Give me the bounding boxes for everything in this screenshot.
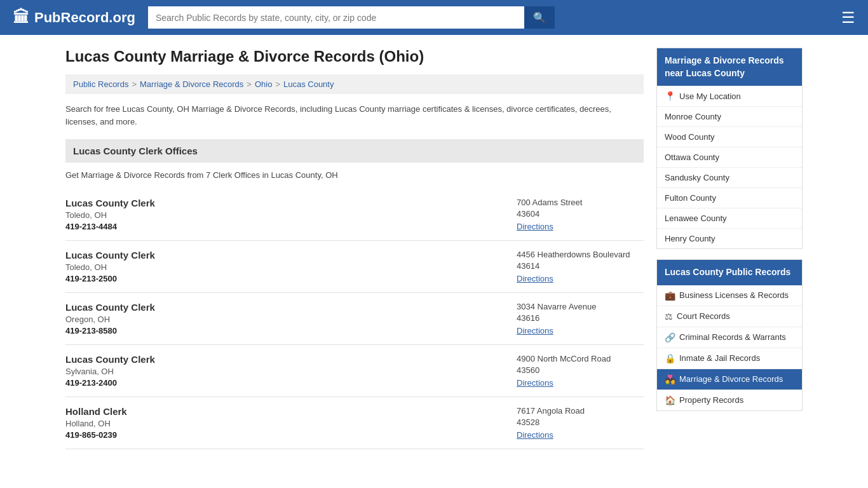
record-icon: 🔒 xyxy=(665,353,675,363)
clerk-phone: 419-213-8580 xyxy=(65,326,155,336)
search-input[interactable] xyxy=(148,6,524,29)
clerk-name: Lucas County Clerk xyxy=(65,302,155,313)
record-icon: ⚖ xyxy=(665,311,673,322)
logo-text: PubRecord.org xyxy=(34,10,135,26)
sidebar-public-record-item[interactable]: 🏠Property Records xyxy=(657,390,802,410)
clerk-entry: Lucas County Clerk Sylvania, OH 419-213-… xyxy=(65,345,644,397)
sidebar-county-item[interactable]: Wood County xyxy=(657,127,802,147)
section-desc: Get Marriage & Divorce Records from 7 Cl… xyxy=(65,170,644,180)
clerk-right-3: 4900 North McCord Road 43560 Directions xyxy=(517,354,644,388)
clerk-name: Lucas County Clerk xyxy=(65,198,155,208)
sidebar-public-record-item[interactable]: ⚖Court Records xyxy=(657,306,802,327)
clerk-phone: 419-865-0239 xyxy=(65,430,127,440)
clerk-name: Lucas County Clerk xyxy=(65,250,155,261)
clerk-right-4: 7617 Angola Road 43528 Directions xyxy=(517,406,644,440)
search-button[interactable]: 🔍 xyxy=(524,6,555,29)
clerk-name: Lucas County Clerk xyxy=(65,354,155,365)
breadcrumb: Public Records > Marriage & Divorce Reco… xyxy=(65,74,644,94)
clerk-city: Oregon, OH xyxy=(65,315,155,324)
sidebar: Marriage & Divorce Records near Lucas Co… xyxy=(656,48,803,449)
clerk-right-2: 3034 Navarre Avenue 43616 Directions xyxy=(517,302,644,336)
clerk-left-0: Lucas County Clerk Toledo, OH 419-213-44… xyxy=(65,198,155,231)
clerk-name: Holland Clerk xyxy=(65,406,127,417)
nearby-counties-box: Marriage & Divorce Records near Lucas Co… xyxy=(656,48,803,249)
record-label: Criminal Records & Warrants xyxy=(679,332,786,342)
clerk-phone: 419-213-2500 xyxy=(65,274,155,283)
clerk-city: Holland, OH xyxy=(65,419,127,428)
clerk-entry: Holland Clerk Holland, OH 419-865-0239 7… xyxy=(65,397,644,449)
clerk-phone: 419-213-2400 xyxy=(65,378,155,388)
clerk-address: 700 Adams Street xyxy=(517,198,644,207)
clerk-right-1: 4456 Heatherdowns Boulevard 43614 Direct… xyxy=(517,250,644,283)
clerk-zip: 43528 xyxy=(517,417,644,427)
clerk-left-1: Lucas County Clerk Toledo, OH 419-213-25… xyxy=(65,250,155,283)
record-label: Marriage & Divorce Records xyxy=(679,374,783,384)
sidebar-public-record-item[interactable]: 💑Marriage & Divorce Records xyxy=(657,369,802,390)
sidebar-county-item[interactable]: Monroe County xyxy=(657,107,802,127)
clerk-zip: 43616 xyxy=(517,313,644,323)
header: 🏛 PubRecord.org 🔍 ☰ xyxy=(0,0,868,35)
record-icon: 💑 xyxy=(665,374,675,384)
record-label: Court Records xyxy=(677,311,730,321)
sidebar-public-record-item[interactable]: 💼Business Licenses & Records xyxy=(657,285,802,306)
clerk-address: 3034 Navarre Avenue xyxy=(517,302,644,311)
clerk-list: Lucas County Clerk Toledo, OH 419-213-44… xyxy=(65,189,644,449)
sidebar-county-item[interactable]: Ottawa County xyxy=(657,147,802,168)
sidebar-county-item[interactable]: Sandusky County xyxy=(657,168,802,188)
sidebar-county-item[interactable]: Henry County xyxy=(657,229,802,248)
clerk-city: Toledo, OH xyxy=(65,262,155,272)
clerk-zip: 43560 xyxy=(517,365,644,375)
clerk-entry: Lucas County Clerk Toledo, OH 419-213-25… xyxy=(65,241,644,293)
location-icon: 📍 xyxy=(665,91,675,101)
clerk-entry: Lucas County Clerk Oregon, OH 419-213-85… xyxy=(65,293,644,345)
clerk-entry: Lucas County Clerk Toledo, OH 419-213-44… xyxy=(65,189,644,241)
use-my-location[interactable]: 📍 Use My Location xyxy=(657,86,802,107)
clerk-address: 4900 North McCord Road xyxy=(517,354,644,363)
nearby-counties-list: Monroe CountyWood CountyOttawa CountySan… xyxy=(657,107,802,248)
page-title: Lucas County Marriage & Divorce Records … xyxy=(65,48,644,65)
directions-link[interactable]: Directions xyxy=(517,274,553,283)
use-location-label: Use My Location xyxy=(679,92,741,101)
directions-link[interactable]: Directions xyxy=(517,378,553,388)
clerk-city: Sylvania, OH xyxy=(65,367,155,376)
logo-icon: 🏛 xyxy=(13,8,29,27)
breadcrumb-lucas-county[interactable]: Lucas County xyxy=(283,79,334,89)
clerk-address: 4456 Heatherdowns Boulevard xyxy=(517,250,644,259)
sidebar-county-item[interactable]: Lenawee County xyxy=(657,208,802,229)
record-icon: 🏠 xyxy=(665,395,675,405)
record-icon: 🔗 xyxy=(665,332,675,342)
clerk-address: 7617 Angola Road xyxy=(517,406,644,416)
page-description: Search for free Lucas County, OH Marriag… xyxy=(65,103,644,128)
sidebar-public-record-item[interactable]: 🔒Inmate & Jail Records xyxy=(657,348,802,369)
directions-link[interactable]: Directions xyxy=(517,326,553,336)
clerk-city: Toledo, OH xyxy=(65,210,155,220)
clerk-left-4: Holland Clerk Holland, OH 419-865-0239 xyxy=(65,406,127,440)
section-header: Lucas County Clerk Offices xyxy=(65,139,644,163)
record-label: Business Licenses & Records xyxy=(679,290,789,300)
breadcrumb-marriage-divorce[interactable]: Marriage & Divorce Records xyxy=(140,79,243,89)
record-icon: 💼 xyxy=(665,290,675,301)
public-records-title: Lucas County Public Records xyxy=(657,260,802,285)
sidebar-public-record-item[interactable]: 🔗Criminal Records & Warrants xyxy=(657,327,802,348)
public-records-box: Lucas County Public Records 💼Business Li… xyxy=(656,259,803,411)
logo[interactable]: 🏛 PubRecord.org xyxy=(13,8,135,27)
search-bar: 🔍 xyxy=(148,6,555,29)
record-label: Property Records xyxy=(679,395,743,405)
directions-link[interactable]: Directions xyxy=(517,222,553,231)
breadcrumb-ohio[interactable]: Ohio xyxy=(255,79,272,89)
clerk-left-2: Lucas County Clerk Oregon, OH 419-213-85… xyxy=(65,302,155,336)
content-area: Lucas County Marriage & Divorce Records … xyxy=(65,48,644,449)
clerk-phone: 419-213-4484 xyxy=(65,222,155,231)
clerk-zip: 43614 xyxy=(517,261,644,271)
public-records-list: 💼Business Licenses & Records⚖Court Recor… xyxy=(657,285,802,410)
main-container: Lucas County Marriage & Divorce Records … xyxy=(53,35,815,462)
menu-icon[interactable]: ☰ xyxy=(841,9,855,27)
directions-link[interactable]: Directions xyxy=(517,430,553,440)
clerk-zip: 43604 xyxy=(517,209,644,219)
nearby-title: Marriage & Divorce Records near Lucas Co… xyxy=(657,48,802,86)
record-label: Inmate & Jail Records xyxy=(679,353,760,363)
sidebar-county-item[interactable]: Fulton County xyxy=(657,188,802,208)
breadcrumb-public-records[interactable]: Public Records xyxy=(73,79,128,89)
clerk-left-3: Lucas County Clerk Sylvania, OH 419-213-… xyxy=(65,354,155,388)
clerk-right-0: 700 Adams Street 43604 Directions xyxy=(517,198,644,231)
